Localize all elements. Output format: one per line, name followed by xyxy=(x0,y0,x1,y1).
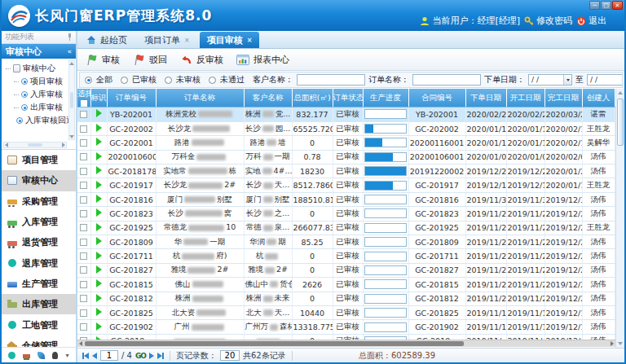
radio-button[interactable] xyxy=(85,77,92,84)
row-checkbox[interactable] xyxy=(80,252,87,260)
column-header[interactable]: 生产进度 xyxy=(363,89,408,107)
scroll-right-icon[interactable] xyxy=(611,341,614,346)
column-header[interactable]: 选择 xyxy=(77,89,90,107)
page-number-input[interactable] xyxy=(100,350,118,361)
horizontal-scrollbar[interactable] xyxy=(77,340,615,347)
table-row[interactable]: GC-201917 长沙龙2# 长沙天... 8512.78600... 已审核… xyxy=(77,178,615,192)
sidebar-module-item[interactable]: 入库管理 xyxy=(2,212,76,232)
sidebar-module-item[interactable]: 退货管理 xyxy=(2,232,76,252)
row-checkbox[interactable] xyxy=(80,139,87,147)
scroll-right-icon[interactable] xyxy=(62,143,65,147)
person-icon[interactable] xyxy=(52,352,58,359)
scroll-thumb[interactable] xyxy=(85,341,464,346)
table-row[interactable]: GC-201827 雅境2# 雅境2# 0 已审核 GC-201827 2019… xyxy=(77,263,615,277)
row-checkbox[interactable] xyxy=(80,111,87,118)
tree-item[interactable]: 入库审核 xyxy=(6,88,66,101)
table-row[interactable]: GC-201815 佛山 佛山中货仓 2626 已审核 GC-201815 20… xyxy=(77,278,615,292)
report-center-button[interactable]: 报表中心 xyxy=(236,54,289,66)
scroll-thumb[interactable] xyxy=(28,143,42,147)
audit-button[interactable]: 审核 xyxy=(86,54,120,66)
tree-item[interactable]: 项目审核 xyxy=(6,75,66,88)
section-header[interactable]: 审核中心 « xyxy=(2,44,76,59)
last-page-button[interactable] xyxy=(157,353,164,359)
tab-item[interactable]: 项目订单 × xyxy=(137,32,197,48)
close-tab-icon[interactable]: × xyxy=(184,37,190,44)
row-checkbox[interactable] xyxy=(80,125,87,133)
tree-root[interactable]: 审核中心 xyxy=(6,62,66,75)
scroll-thumb[interactable] xyxy=(617,99,624,146)
row-checkbox[interactable] xyxy=(80,168,87,175)
select-all-checkbox[interactable] xyxy=(81,100,87,107)
chevron-down-icon[interactable] xyxy=(622,75,623,85)
row-checkbox[interactable] xyxy=(80,309,87,317)
scroll-up-icon[interactable] xyxy=(618,91,623,94)
table-row[interactable]: YB-202001 株洲党校 株洲党... 832.177 已审核 YB-202… xyxy=(77,107,615,121)
go-button[interactable]: GO xyxy=(135,352,146,360)
unaudit-button[interactable]: 反审核 xyxy=(180,54,223,66)
chevron-down-icon[interactable] xyxy=(563,75,571,85)
table-row[interactable]: GC-201825 北大资 北大天... 10440 已审核 GC-201825… xyxy=(77,305,615,319)
table-row[interactable]: GC-201823 长沙窝 长沙之... 0 已审核 GC-201823 201… xyxy=(77,207,615,221)
tree-vertical-scrollbar[interactable] xyxy=(68,60,75,140)
close-button[interactable]: ✕ xyxy=(612,1,623,10)
tree-horizontal-scrollbar[interactable] xyxy=(3,142,67,148)
sidebar-module-item[interactable]: 工地管理 xyxy=(2,314,76,335)
maximize-button[interactable]: □ xyxy=(601,1,611,10)
row-checkbox[interactable] xyxy=(80,182,87,189)
table-row[interactable]: GC-201816 厦门别墅 厦门别墅 188510.818 已审核 GC-20… xyxy=(77,192,615,206)
vertical-scrollbar[interactable] xyxy=(615,89,624,348)
reject-button[interactable]: 驳回 xyxy=(133,54,167,66)
sidebar-module-item[interactable]: 项目管理 xyxy=(2,150,76,170)
scroll-thumb[interactable] xyxy=(70,92,73,108)
table-row[interactable]: GC-2018178 实地常栋 实地4#... 18230 已审核 201912… xyxy=(77,164,615,178)
pin-icon[interactable] xyxy=(67,33,73,41)
column-header[interactable]: 总面积(㎡) xyxy=(292,89,333,107)
order-date-to-picker[interactable]: / / xyxy=(587,74,623,86)
tree-item[interactable]: 入库审核回退 xyxy=(6,114,66,127)
cart-icon[interactable] xyxy=(23,354,30,358)
row-checkbox[interactable] xyxy=(80,323,87,331)
row-checkbox[interactable] xyxy=(80,196,87,204)
table-row[interactable]: GC-201902 广州 广州万森林 13318.775 已审核 GC-2019… xyxy=(77,320,615,334)
collapse-icon[interactable]: « xyxy=(67,47,72,55)
column-header[interactable]: 完工日期 xyxy=(544,89,582,107)
sidebar-module-item[interactable]: 退库管理 xyxy=(2,252,76,273)
tab-item[interactable]: 项目审核 × xyxy=(200,32,260,48)
table-row[interactable]: GC-2018... 0 已审核 GC-2018... 2019/11/... xyxy=(77,334,615,340)
scroll-down-icon[interactable] xyxy=(618,342,623,345)
radio-button[interactable] xyxy=(165,77,172,84)
sidebar-module-item[interactable]: 审核中心 xyxy=(2,170,76,191)
dot-icon[interactable] xyxy=(8,352,15,359)
column-header[interactable]: 订单编号 xyxy=(107,89,156,107)
column-header[interactable]: 下单日期 xyxy=(465,89,506,107)
column-header[interactable]: 标识 xyxy=(90,89,107,107)
row-checkbox[interactable] xyxy=(80,210,87,217)
table-row[interactable]: GC-201925 常德龙10 常德泉... 266077.835... 已审核… xyxy=(77,221,615,235)
sidebar-module-item[interactable]: 仓储管理 xyxy=(2,335,76,347)
column-header[interactable]: 订单名称 xyxy=(156,89,244,107)
row-checkbox[interactable] xyxy=(80,224,87,231)
table-row[interactable]: GC-202001 路港 路港墙 0 已审核 20200116001 2020/… xyxy=(77,136,615,150)
row-checkbox[interactable] xyxy=(80,153,87,160)
scroll-left-icon[interactable] xyxy=(79,341,82,346)
sidebar-module-item[interactable]: 生产管理 xyxy=(2,274,76,294)
table-row[interactable]: GC-201812 株洲 株洲未来 0 已审核 GC-201812 2019/1… xyxy=(77,292,615,305)
sidebar-module-item[interactable]: 采购管理 xyxy=(2,191,76,212)
leaf-icon[interactable] xyxy=(37,352,45,359)
table-row[interactable]: GC-201711 杭府) 杭 0 已审核 GC-201711 2019/11/… xyxy=(77,249,615,263)
order-date-from-picker[interactable]: / / xyxy=(528,74,572,86)
row-checkbox[interactable] xyxy=(80,239,87,246)
column-header[interactable]: 合同编号 xyxy=(408,89,465,107)
minimize-button[interactable]: ─ xyxy=(589,1,600,10)
row-checkbox[interactable] xyxy=(80,281,87,288)
radio-button[interactable] xyxy=(209,77,216,84)
row-checkbox[interactable] xyxy=(80,295,87,302)
table-row[interactable]: GC-202002 长沙龙 长沙园... 65525.7200... 已审核 G… xyxy=(77,121,615,135)
page-size-input[interactable] xyxy=(220,350,240,361)
table-row[interactable]: GC-201809 华一期 华润期 85.25 已审核 GC-201809 20… xyxy=(77,235,615,249)
column-header[interactable]: 开工日期 xyxy=(506,89,544,107)
close-tab-icon[interactable]: × xyxy=(247,37,253,44)
customer-name-input[interactable] xyxy=(297,74,365,86)
order-name-input[interactable] xyxy=(412,74,481,86)
column-header[interactable]: 客户名称 xyxy=(244,89,292,107)
